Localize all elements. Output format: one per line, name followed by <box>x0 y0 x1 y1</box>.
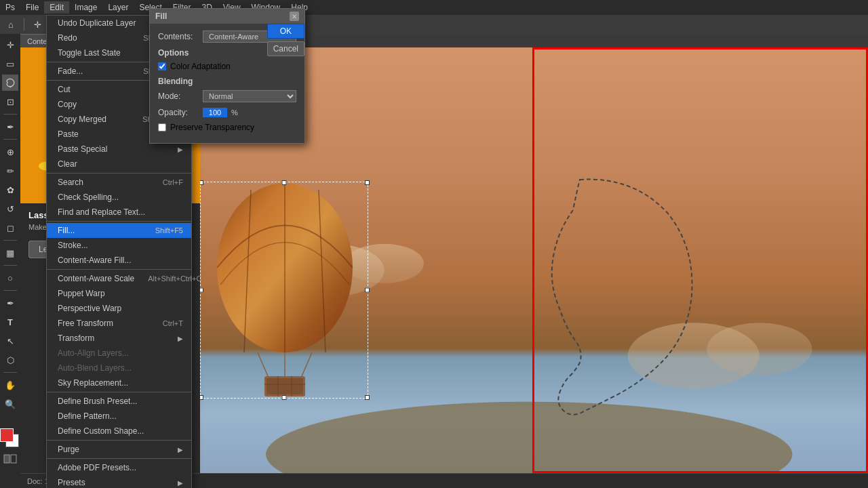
menu-content-aware-scale[interactable]: Content-Aware Scale Alt+Shift+Ctrl+C <box>47 271 191 286</box>
dialog-ok-button[interactable]: OK <box>267 24 304 39</box>
text-tool[interactable]: T <box>2 314 18 330</box>
dodge-tool[interactable]: ○ <box>2 270 18 286</box>
zoom-tool[interactable]: 🔍 <box>2 396 18 412</box>
menu-define-pattern[interactable]: Define Pattern... <box>47 409 191 424</box>
svg-rect-2 <box>11 455 16 463</box>
lasso-selection-svg <box>451 173 709 430</box>
menu-define-shape[interactable]: Define Custom Shape... <box>47 424 191 439</box>
menu-stroke-label: Stroke... <box>58 241 88 250</box>
menu-paste-special[interactable]: Paste Special ▶ <box>47 142 191 157</box>
preserve-transparency-label: Preserve Transparency <box>170 123 254 132</box>
menu-define-brush[interactable]: Define Brush Preset... <box>47 394 191 409</box>
menu-adobe-pdf[interactable]: Adobe PDF Presets... <box>47 460 191 475</box>
menu-search[interactable]: Search Ctrl+F <box>47 175 191 190</box>
lasso-tool[interactable] <box>2 75 18 91</box>
tool-sep-5 <box>3 290 17 291</box>
dialog-body: Contents: Content-Aware Foreground Color… <box>150 24 304 143</box>
mode-label: Mode: <box>158 92 199 101</box>
menu-auto-align[interactable]: Auto-Align Layers... <box>47 346 191 361</box>
menu-file[interactable]: File <box>20 1 44 14</box>
menu-content-aware-scale-shortcut: Alt+Shift+Ctrl+C <box>148 274 201 283</box>
menu-perspective-warp[interactable]: Perspective Warp <box>47 301 191 316</box>
menu-check-spelling[interactable]: Check Spelling... <box>47 190 191 205</box>
move-tool[interactable]: ✛ <box>2 37 18 53</box>
shape-tool[interactable]: ⬡ <box>2 352 18 368</box>
home-btn[interactable]: ⌂ <box>3 16 19 33</box>
crop-tool[interactable]: ⊡ <box>2 94 18 110</box>
dialog-close-btn[interactable]: ✕ <box>290 12 299 21</box>
menu-puppet-warp[interactable]: Puppet Warp <box>47 286 191 301</box>
menu-auto-blend[interactable]: Auto-Blend Layers... <box>47 361 191 375</box>
menu-purge[interactable]: Purge ▶ <box>47 442 191 457</box>
move-tool-toolbar[interactable]: ✛ <box>29 16 45 33</box>
toolbar-sep-1 <box>24 18 24 30</box>
menu-presets-arrow: ▶ <box>178 479 183 487</box>
color-adaptation-label: Color Adaptation <box>170 62 231 71</box>
left-sidebar: ✛ ▭ ⊡ ✒ ⊕ ✏ ✿ ↺ ◻ ▦ ○ ✒ T ↖ ⬡ ✋ 🔍 <box>0 34 20 488</box>
opacity-unit: % <box>231 108 238 117</box>
menu-transform[interactable]: Transform ▶ <box>47 331 191 346</box>
menu-content-aware-fill[interactable]: Content-Aware Fill... <box>47 253 191 268</box>
menu-paste-special-arrow: ▶ <box>178 146 183 153</box>
quick-mask-btn[interactable] <box>3 454 17 466</box>
menu-free-transform-label: Free Transform <box>58 319 113 328</box>
hot-air-balloon <box>203 180 366 400</box>
menu-sky-replacement[interactable]: Sky Replacement... <box>47 375 191 390</box>
menu-transform-label: Transform <box>58 333 94 343</box>
menu-purge-label: Purge <box>58 445 79 454</box>
selection-tool[interactable]: ▭ <box>2 56 18 72</box>
menu-find-replace[interactable]: Find and Replace Text... <box>47 205 191 220</box>
menu-free-transform[interactable]: Free Transform Ctrl+T <box>47 316 191 331</box>
pen-tool[interactable]: ✒ <box>2 295 18 311</box>
menu-auto-align-label: Auto-Align Layers... <box>58 348 129 358</box>
mode-row: Mode: Normal Multiply Screen Overlay <box>158 90 296 102</box>
menu-sep-8 <box>47 458 191 459</box>
dialog-cancel-button[interactable]: Cancel <box>267 41 304 56</box>
clone-stamp[interactable]: ✿ <box>2 182 18 198</box>
history-brush[interactable]: ↺ <box>2 201 18 217</box>
healing-brush[interactable]: ⊕ <box>2 144 18 160</box>
blending-section: Blending Mode: Normal Multiply Screen Ov… <box>158 77 296 132</box>
menu-fill[interactable]: Fill... Shift+F5 <box>47 223 191 238</box>
menu-copy-merged-label: Copy Merged <box>58 115 106 124</box>
contents-label: Contents: <box>158 32 199 41</box>
dialog-buttons: OK Cancel <box>267 24 304 56</box>
menu-sep-7 <box>47 440 191 441</box>
hand-tool[interactable]: ✋ <box>2 377 18 393</box>
eraser-tool[interactable]: ◻ <box>2 220 18 236</box>
menu-image[interactable]: Image <box>69 1 102 14</box>
menu-presets-label: Presets <box>58 478 85 487</box>
menu-check-spelling-label: Check Spelling... <box>58 192 119 202</box>
menu-paste-special-label: Paste Special <box>58 144 107 154</box>
eyedropper-tool[interactable]: ✒ <box>2 119 18 135</box>
menu-fill-label: Fill... <box>58 226 75 235</box>
blending-label: Blending <box>158 77 296 86</box>
svg-rect-32 <box>267 378 303 394</box>
menu-ps[interactable]: Ps <box>0 1 20 14</box>
mode-select[interactable]: Normal Multiply Screen Overlay <box>203 90 296 102</box>
menu-define-pattern-label: Define Pattern... <box>58 411 117 421</box>
menu-layer[interactable]: Layer <box>102 1 134 14</box>
menu-sky-replacement-label: Sky Replacement... <box>58 378 128 388</box>
opacity-input[interactable]: 100 <box>203 108 227 117</box>
menu-toggle-label: Toggle Last State <box>58 48 121 58</box>
svg-line-28 <box>258 352 268 376</box>
dialog-titlebar: Fill ✕ <box>150 9 304 24</box>
foreground-color-swatch[interactable] <box>0 428 14 442</box>
menu-presets[interactable]: Presets ▶ <box>47 475 191 488</box>
menu-edit[interactable]: Edit <box>44 1 69 14</box>
path-selection[interactable]: ↖ <box>2 333 18 349</box>
menu-stroke[interactable]: Stroke... <box>47 238 191 253</box>
menu-fade-label: Fade... <box>58 66 83 76</box>
menu-clear[interactable]: Clear <box>47 157 191 171</box>
preserve-transparency-row: Preserve Transparency <box>158 123 296 132</box>
color-adaptation-checkbox[interactable] <box>158 62 166 70</box>
svg-point-22 <box>707 323 812 375</box>
menu-undo-label: Undo Duplicate Layer <box>58 18 136 28</box>
menu-sep-5 <box>47 269 191 270</box>
tool-sep-1 <box>3 114 17 115</box>
brush-tool[interactable]: ✏ <box>2 163 18 179</box>
menu-auto-blend-label: Auto-Blend Layers... <box>58 363 132 373</box>
gradient-tool[interactable]: ▦ <box>2 245 18 261</box>
preserve-transparency-checkbox[interactable] <box>158 123 166 131</box>
